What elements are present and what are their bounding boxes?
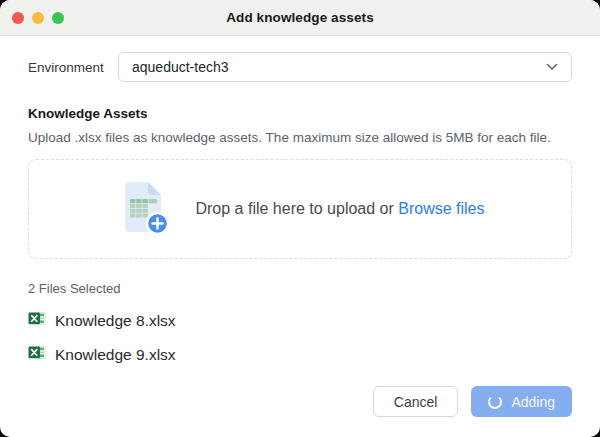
file-row: Knowledge 8.xlsx — [28, 311, 572, 330]
environment-label: Environment — [28, 60, 118, 75]
zoom-button[interactable] — [52, 12, 64, 24]
minimize-button[interactable] — [32, 12, 44, 24]
spreadsheet-upload-icon — [115, 177, 173, 241]
environment-select-value: aqueduct-tech3 — [132, 59, 229, 75]
adding-button[interactable]: Adding — [471, 386, 572, 417]
environment-row: Environment aqueduct-tech3 — [28, 52, 572, 82]
window-title: Add knowledge assets — [226, 10, 374, 25]
files-selected-count: 2 Files Selected — [28, 281, 572, 296]
traffic-lights — [12, 0, 64, 35]
adding-button-label: Adding — [511, 394, 555, 410]
close-button[interactable] — [12, 12, 24, 24]
browse-files-link[interactable]: Browse files — [398, 200, 484, 217]
add-knowledge-assets-dialog: Add knowledge assets Environment aqueduc… — [0, 0, 600, 437]
dropzone-text: Drop a file here to upload or Browse fil… — [195, 200, 484, 218]
cancel-button[interactable]: Cancel — [373, 386, 459, 417]
dialog-content: Environment aqueduct-tech3 Knowledge Ass… — [0, 36, 600, 386]
file-dropzone[interactable]: Drop a file here to upload or Browse fil… — [28, 159, 572, 259]
knowledge-assets-description: Upload .xlsx files as knowledge assets. … — [28, 130, 572, 145]
title-bar: Add knowledge assets — [0, 0, 600, 36]
dropzone-prompt: Drop a file here to upload or — [195, 200, 393, 217]
dialog-footer: Cancel Adding — [0, 386, 600, 437]
excel-file-icon — [28, 345, 46, 364]
file-name: Knowledge 9.xlsx — [55, 346, 176, 364]
spinner-icon — [488, 395, 502, 409]
chevron-down-icon — [546, 63, 558, 71]
knowledge-assets-heading: Knowledge Assets — [28, 106, 572, 121]
file-row: Knowledge 9.xlsx — [28, 345, 572, 364]
file-name: Knowledge 8.xlsx — [55, 312, 176, 330]
excel-file-icon — [28, 311, 46, 330]
environment-select[interactable]: aqueduct-tech3 — [118, 52, 572, 82]
